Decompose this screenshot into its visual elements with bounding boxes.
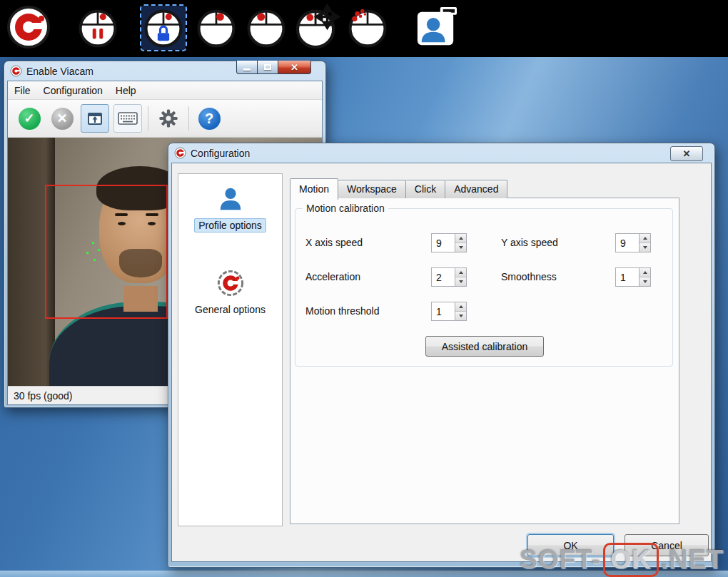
settings-button[interactable] [154, 104, 183, 133]
spin-down-button[interactable] [639, 277, 650, 286]
menu-file[interactable]: File [8, 81, 37, 99]
onscreen-keyboard-button[interactable] [113, 104, 142, 133]
sidebar-item-general-options[interactable]: General options [191, 270, 270, 317]
menu-configuration[interactable]: Configuration [37, 81, 109, 99]
desktop-background: Enable Viacam ✕ File Configuration Help … [0, 0, 728, 577]
motion-calibration-group: Motion calibration X axis speed Y axis s… [295, 208, 673, 367]
y-axis-speed-input[interactable] [615, 233, 639, 252]
arrow-down-icon [459, 280, 463, 283]
tracking-point [98, 249, 100, 251]
close-icon: ✕ [290, 62, 298, 73]
spin-up-button[interactable] [455, 268, 466, 277]
arrow-up-icon [643, 237, 647, 240]
main-window-titlebar[interactable]: Enable Viacam ✕ [7, 61, 323, 81]
field-row: Acceleration Smoothness [295, 267, 672, 287]
mouse-left-click-icon[interactable] [196, 7, 237, 48]
motion-threshold-label: Motion threshold [305, 305, 380, 317]
spin-down-button[interactable] [455, 312, 466, 320]
toolbar-separator [188, 106, 189, 131]
field-row: X axis speed Y axis speed [295, 233, 672, 253]
show-main-window-button[interactable] [81, 104, 109, 133]
check-icon: ✓ [19, 108, 41, 130]
maximize-icon [264, 64, 271, 70]
main-toolbar: ✓ ✕ [8, 100, 322, 138]
spin-buttons [455, 267, 467, 287]
enable-tracking-button[interactable]: ✓ [15, 104, 44, 133]
sidebar-item-label: Profile options [194, 218, 266, 233]
watermark-text: SOFT- [520, 545, 601, 575]
mouse-move-icon[interactable] [294, 6, 340, 50]
launcher-bar [0, 0, 728, 57]
gear-icon [158, 108, 178, 128]
spin-buttons [639, 233, 651, 252]
arrow-down-icon [459, 246, 463, 249]
tracking-point [93, 259, 96, 261]
smoothness-input[interactable] [615, 267, 639, 287]
spin-down-button[interactable] [639, 243, 650, 252]
disable-tracking-button[interactable]: ✕ [48, 104, 76, 133]
minimize-button[interactable] [236, 61, 258, 74]
arrow-up-icon [459, 305, 463, 308]
dialog-close-button[interactable]: ✕ [670, 146, 703, 161]
spin-up-button[interactable] [455, 234, 466, 243]
dialog-titlebar-icon [174, 147, 186, 159]
dialog-titlebar[interactable]: Configuration ✕ [171, 143, 712, 163]
spin-down-button[interactable] [455, 277, 466, 286]
configuration-dialog: Configuration ✕ Profile options [168, 143, 715, 568]
smoothness-label: Smoothness [501, 271, 557, 282]
arrow-down-icon [459, 315, 463, 317]
dialog-title: Configuration [191, 148, 250, 159]
minimize-icon [243, 68, 251, 71]
mouse-right-click-icon[interactable] [246, 7, 287, 48]
tab-motion[interactable]: Motion [290, 178, 338, 200]
motion-threshold-spinner [431, 302, 467, 321]
tracking-point [92, 242, 94, 244]
tab-click[interactable]: Click [406, 180, 445, 198]
person-icon [217, 185, 244, 213]
spin-up-button[interactable] [639, 234, 650, 243]
y-axis-speed-label: Y axis speed [501, 237, 558, 248]
options-sidebar: Profile options General options [178, 173, 283, 526]
tab-workspace[interactable]: Workspace [338, 180, 406, 198]
fps-status: 30 fps (good) [14, 390, 73, 402]
enable-viacam-logo-icon[interactable] [6, 4, 51, 50]
x-axis-speed-spinner [431, 233, 467, 252]
tracking-point [86, 252, 89, 254]
acceleration-input[interactable] [431, 267, 455, 287]
motion-threshold-input[interactable] [431, 302, 455, 321]
group-title: Motion calibration [303, 203, 388, 214]
y-axis-speed-spinner [615, 233, 651, 252]
spin-down-button[interactable] [455, 243, 466, 252]
spin-buttons [639, 267, 651, 287]
close-button[interactable]: ✕ [278, 61, 311, 74]
spin-up-button[interactable] [455, 302, 466, 312]
main-window-title: Enable Viacam [26, 66, 93, 77]
mouse-gesture-icon[interactable] [347, 7, 388, 48]
keyboard-icon [118, 112, 138, 125]
face-tracking-rectangle [45, 185, 168, 319]
spin-up-button[interactable] [639, 268, 650, 277]
watermark-text: .NET [661, 545, 724, 575]
menu-help[interactable]: Help [109, 81, 143, 99]
enable-viacam-logo-icon [217, 270, 244, 297]
mouse-pause-icon[interactable] [77, 7, 118, 48]
maximize-button[interactable] [258, 61, 278, 74]
close-icon: ✕ [683, 148, 691, 159]
dialog-body: Profile options General options [171, 163, 712, 562]
toolbar-separator [148, 106, 148, 131]
motion-tab-panel: Motion calibration X axis speed Y axis s… [290, 198, 679, 524]
field-row: Motion threshold [295, 302, 672, 322]
spin-buttons [455, 302, 467, 321]
x-axis-speed-input[interactable] [431, 233, 455, 252]
tab-advanced[interactable]: Advanced [445, 180, 507, 198]
mouse-lock-icon[interactable] [141, 6, 186, 50]
window-controls: ✕ [236, 61, 311, 74]
menu-bar: File Configuration Help [8, 81, 322, 100]
help-button[interactable]: ? [195, 104, 223, 133]
settings-tabs: Motion Workspace Click Advanced [290, 178, 507, 198]
profile-card-icon[interactable] [414, 7, 458, 48]
sidebar-item-profile-options[interactable]: Profile options [194, 185, 266, 233]
arrow-down-icon [643, 280, 647, 283]
arrow-up-icon [459, 237, 463, 240]
assisted-calibration-button[interactable]: Assisted calibration [425, 336, 544, 357]
